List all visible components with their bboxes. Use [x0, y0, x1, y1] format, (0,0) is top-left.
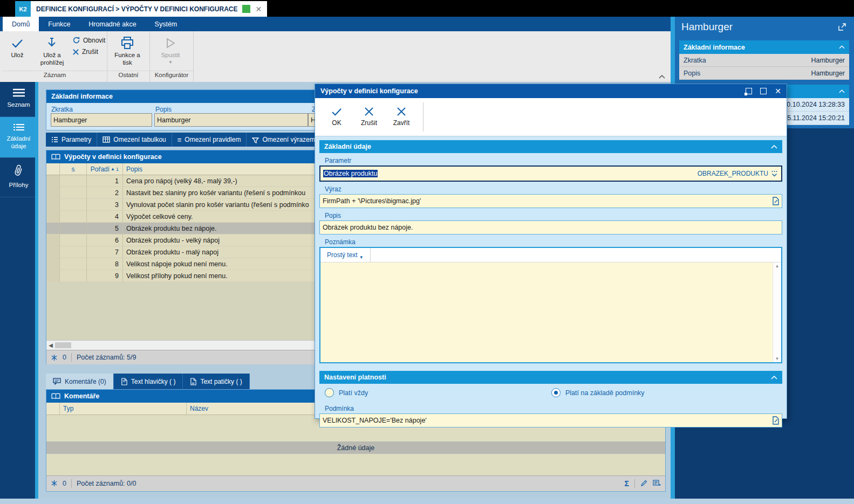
- add-note-icon[interactable]: [653, 480, 661, 487]
- scroll-up-icon[interactable]: ▲: [775, 264, 780, 268]
- basic-data-section-bar[interactable]: Základní údaje: [319, 140, 782, 153]
- parametr-code: OBRAZEK_PRODUKTU: [698, 170, 768, 177]
- tab-omezeni-vyrazem[interactable]: Omezení výrazem: [247, 133, 320, 147]
- chevron-up-icon[interactable]: [839, 89, 845, 93]
- sort-arrow-icon: ▲: [111, 167, 115, 171]
- close-window-icon[interactable]: ✕: [775, 87, 781, 95]
- expand-panel-icon[interactable]: [838, 23, 846, 31]
- podminka-label: Podmínka: [325, 405, 782, 412]
- comments-col-typ[interactable]: Typ: [60, 403, 187, 415]
- grid-col-poradi[interactable]: Pořadí ▲ 1: [87, 163, 123, 175]
- grid-col-s[interactable]: s: [60, 163, 87, 175]
- save-and-view-button[interactable]: Ulož a prohlížej: [33, 31, 70, 70]
- tab-close-icon[interactable]: ✕: [255, 5, 262, 13]
- grid-col-indicator: [46, 163, 60, 175]
- sidebar-item-zakladni-udaje[interactable]: Základní údaje: [0, 117, 37, 158]
- dialog-toolbar: OK Zrušit Zavřít: [315, 98, 787, 136]
- tab-parametry[interactable]: Parametry: [46, 133, 97, 147]
- no-data-band: Žádné údaje: [46, 441, 665, 454]
- tab-komentare[interactable]: Komentáře (0): [46, 374, 114, 389]
- ribbon-group-label-zaznam: Záznam: [3, 71, 107, 81]
- vyraz-field[interactable]: FirmPath + '\Pictures\bigmac.jpg': [319, 194, 782, 208]
- podminka-field[interactable]: VELIKOST_NAPOJE='Bez nápoje': [319, 413, 782, 427]
- right-row-zkratka[interactable]: Zkratka Hamburger: [679, 54, 849, 67]
- tab-text-hlavicky[interactable]: Text hlavičky ( ): [114, 374, 183, 389]
- dialog-popis-field[interactable]: Obrázek produktu bez nápoje.: [319, 220, 782, 234]
- radio-circle-unchecked[interactable]: [325, 388, 334, 397]
- scrollbar-thumb[interactable]: [55, 342, 71, 348]
- refresh-button[interactable]: Obnovit: [72, 36, 105, 44]
- chevron-up-icon[interactable]: [771, 145, 777, 149]
- right-row-popis[interactable]: Popis Hamburger: [679, 67, 849, 80]
- functions-print-button[interactable]: Funkce a tisk: [107, 31, 147, 70]
- zkratka-label: Zkratka: [51, 106, 73, 113]
- ribbon-tab-funkce[interactable]: Funkce: [39, 17, 79, 31]
- ribbon-tab-strip: Domů Funkce Hromadné akce Systém: [0, 17, 671, 31]
- edit-expression-icon[interactable]: [772, 197, 779, 205]
- menu-icon: [12, 88, 25, 97]
- ribbon-tab-domu[interactable]: Domů: [3, 17, 39, 31]
- right-info-section-header[interactable]: Základní informace: [679, 40, 849, 54]
- popis-field[interactable]: Hamburger: [154, 113, 308, 127]
- doc-footer-icon: [190, 378, 196, 385]
- edit-icon[interactable]: [640, 480, 647, 487]
- section-tab-strip: Parametry Omezení tabulkou = Omezení pra…: [46, 133, 347, 147]
- ribbon-collapse-icon[interactable]: [659, 75, 665, 79]
- dialog-cancel-button[interactable]: Zrušit: [354, 101, 384, 133]
- ribbon: Domů Funkce Hromadné akce Systém Ulož Ul…: [0, 17, 671, 82]
- ribbon-body: Ulož Ulož a prohlížej Obnovit: [3, 31, 671, 82]
- ribbon-group-konfigurator: Spustit ▼ Konfigurátor: [150, 31, 194, 82]
- tab-dropdown-caret[interactable]: ▼: [359, 255, 364, 260]
- ribbon-group-label-konfigurator: Konfigurátor: [150, 71, 193, 81]
- computation-dialog: Výpočty v definici konfigurace ✕ OK Zruš…: [315, 84, 787, 419]
- tab-omezeni-tabulkou[interactable]: Omezení tabulkou: [97, 133, 172, 147]
- comments-empty-space: [46, 454, 665, 475]
- run-dropdown-caret[interactable]: ▼: [168, 60, 173, 65]
- x-icon: [364, 107, 374, 116]
- dialog-title-bar[interactable]: Výpočty v definici konfigurace ✕: [315, 84, 787, 98]
- ribbon-group-ostatni: Funkce a tisk Ostatní: [107, 31, 150, 82]
- x-icon: [72, 49, 79, 56]
- chevron-up-icon[interactable]: [771, 376, 777, 379]
- scroll-left-icon[interactable]: ◀: [46, 342, 55, 348]
- maximize-window-icon[interactable]: [760, 88, 767, 94]
- cancel-button[interactable]: Zrušit: [72, 48, 105, 56]
- sidebar-item-prilohy[interactable]: Přílohy: [0, 158, 37, 197]
- ribbon-tab-hromadne-akce[interactable]: Hromadné akce: [79, 17, 145, 31]
- sum-icon[interactable]: Σ: [625, 479, 629, 488]
- right-panel-title: Hamburger: [681, 21, 733, 33]
- book-icon: [51, 154, 60, 161]
- chevron-up-icon[interactable]: [839, 45, 845, 49]
- radio-circle-checked[interactable]: [551, 388, 561, 397]
- parametr-field[interactable]: Obrázek produktu OBRAZEK_PRODUKTU: [319, 165, 782, 182]
- tab-omezeni-pravidlem[interactable]: = Omezení pravidlem: [172, 133, 247, 147]
- poznamka-textarea[interactable]: [320, 263, 773, 362]
- k2-logo[interactable]: K2: [15, 1, 31, 17]
- radio-plati-podminka[interactable]: Platí na základě podmínky: [551, 388, 645, 397]
- run-button[interactable]: Spustit ▼: [150, 31, 191, 70]
- sidebar-item-seznam[interactable]: Seznam: [0, 82, 37, 117]
- save-button[interactable]: Ulož: [3, 31, 32, 70]
- zkratka-field[interactable]: Hamburger: [51, 113, 152, 127]
- validity-section-bar[interactable]: Nastavení platnosti: [319, 371, 782, 384]
- poznamka-label: Poznámka: [325, 238, 782, 246]
- ribbon-tab-system[interactable]: Systém: [146, 17, 187, 31]
- tab-text-paticky[interactable]: Text patičky ( ): [183, 374, 249, 389]
- dialog-close-button[interactable]: Zavřít: [386, 101, 416, 133]
- doc-header-icon: [121, 378, 127, 385]
- ok-button[interactable]: OK: [322, 101, 352, 133]
- edit-expression-icon[interactable]: [772, 416, 779, 425]
- refresh-icon: [72, 36, 80, 44]
- toolbar-separator: [423, 102, 423, 132]
- right-info-section: Základní informace Zkratka Hamburger Pop…: [679, 40, 849, 80]
- document-tab[interactable]: DEFINICE KONFIGURACÍ > VÝPOČTY V DEFINIC…: [31, 1, 267, 17]
- restore-window-icon[interactable]: [746, 88, 752, 94]
- plain-text-tab[interactable]: Prostý text ▼: [320, 248, 371, 262]
- document-tab-title: DEFINICE KONFIGURACÍ > VÝPOČTY V DEFINIC…: [36, 5, 237, 13]
- table-icon: [103, 136, 110, 143]
- scroll-down-icon[interactable]: ▼: [775, 356, 780, 361]
- radio-plati-vzdy[interactable]: Platí vždy: [325, 388, 368, 397]
- sort-order: 1: [116, 167, 119, 172]
- poznamka-scrollbar[interactable]: ▲ ▼: [773, 263, 781, 362]
- param-dropdown-icon[interactable]: [770, 170, 778, 178]
